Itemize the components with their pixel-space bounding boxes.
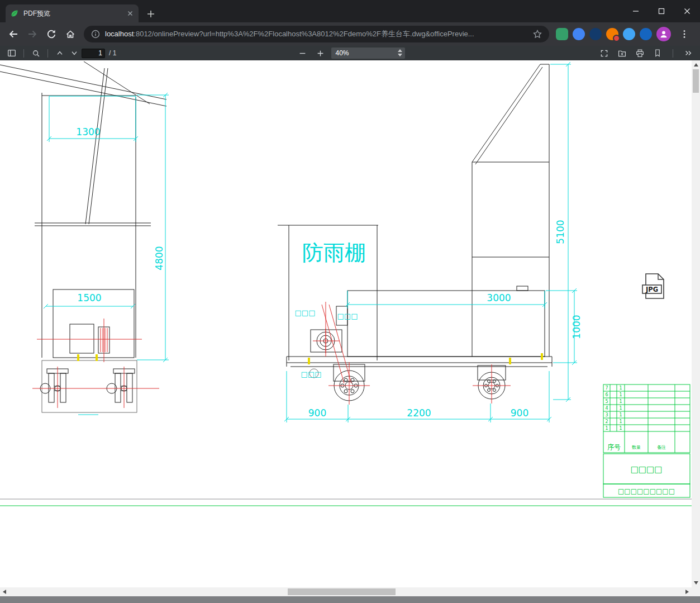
viewer-bottom-strip: [0, 596, 700, 603]
pdf-toolbar-right: [597, 47, 696, 59]
title-block-footer: □□□□□□□□□: [618, 487, 675, 495]
dim-label-box-height: 1000: [571, 315, 582, 339]
browser-toolbar: localhost:8012/onlinePreview?url=http%3A…: [0, 22, 700, 46]
sidebar-toggle-icon[interactable]: [4, 47, 19, 59]
window-titlebar: PDF预览: [0, 0, 700, 22]
print-icon[interactable]: [632, 47, 647, 59]
url-path: :8012/onlinePreview?url=http%3A%2F%2Floc…: [134, 30, 474, 38]
back-button[interactable]: [4, 25, 22, 43]
zoom-select[interactable]: 40%: [331, 48, 405, 59]
zoom-spinner-icon[interactable]: [398, 49, 402, 56]
browser-menu-icon[interactable]: [675, 25, 693, 43]
tab-title: PDF预览: [23, 9, 122, 18]
scroll-right-icon[interactable]: [685, 590, 689, 594]
bookmark-icon[interactable]: [650, 47, 665, 59]
reload-button[interactable]: [42, 25, 60, 43]
extension-icon-3[interactable]: [589, 28, 602, 40]
extension-icon-1[interactable]: [556, 28, 568, 40]
url-host: localhost: [105, 30, 134, 38]
title-block-qty: 1: [619, 426, 622, 431]
title-block-header-note: 备注: [657, 445, 666, 450]
vertical-scrollbar[interactable]: [692, 60, 700, 587]
tab-close-icon[interactable]: [126, 10, 134, 17]
title-block-qty: 1: [619, 406, 622, 411]
scrollbar-corner: [692, 587, 700, 596]
dim-label-bottom-center: 2200: [407, 407, 431, 419]
maximize-button[interactable]: [649, 0, 674, 22]
title-block-qty: 1: [619, 419, 622, 424]
scroll-down-icon[interactable]: [694, 581, 698, 585]
page-total-label: / 1: [109, 49, 116, 57]
presentation-mode-icon[interactable]: [597, 47, 611, 59]
pdf-toolbar-left: / 1: [4, 47, 116, 59]
zoom-controls: 40%: [296, 47, 405, 59]
window-controls: [623, 0, 700, 22]
close-button[interactable]: [674, 0, 700, 22]
front-view: 1300 4800 1500: [0, 61, 169, 415]
title-block-header-seq: 序号: [607, 443, 621, 451]
title-block-header-qty: 数量: [632, 445, 641, 450]
zoom-out-icon[interactable]: [296, 47, 310, 59]
placeholder-text-1: □□□: [295, 308, 316, 317]
scroll-left-icon[interactable]: [3, 590, 6, 594]
placeholder-text-2: □□□: [337, 312, 358, 320]
horizontal-scrollbar[interactable]: [0, 587, 692, 596]
title-block-name: □□□□: [631, 464, 663, 474]
tab-favicon-leaf-icon: [10, 9, 19, 18]
title-block-row-number: 3: [605, 412, 608, 417]
cad-drawing: 1300 4800 1500: [0, 60, 692, 587]
title-block-qty: 1: [619, 392, 622, 397]
vertical-scrollbar-thumb[interactable]: [693, 69, 699, 93]
horizontal-scrollbar-thumb[interactable]: [288, 588, 396, 595]
zoom-value: 40%: [336, 49, 349, 57]
rain-shelter-label: 防雨棚: [302, 240, 366, 265]
jpg-icon-label: JPG: [645, 286, 658, 293]
home-button[interactable]: [61, 25, 79, 43]
toolbar-divider: [47, 49, 48, 58]
extension-icon-6[interactable]: [640, 28, 652, 40]
side-view: 防雨棚 3000 1000 5100 900 2200 900 □□□ □□□ …: [278, 62, 582, 422]
browser-tab[interactable]: PDF预览: [6, 4, 139, 22]
extensions-area: [554, 25, 696, 43]
title-block-qty: 1: [619, 386, 622, 391]
pdf-page-canvas: 1300 4800 1500: [0, 60, 692, 587]
toolbar-divider: [23, 49, 24, 58]
extension-icon-5[interactable]: [623, 28, 635, 40]
search-icon[interactable]: [28, 47, 43, 59]
title-block-qty: 1: [619, 399, 622, 404]
new-tab-button[interactable]: [144, 7, 158, 21]
title-block-row-number: 5: [605, 399, 608, 404]
page-number-input[interactable]: [82, 49, 105, 58]
pdf-viewer-toolbar: / 1 40%: [0, 46, 700, 60]
dim-label-bottom-right: 900: [511, 407, 528, 419]
title-block-row-number: 4: [605, 406, 608, 411]
dim-label-bottom-left: 900: [308, 407, 326, 419]
forward-button[interactable]: [23, 25, 41, 43]
dim-label-front-lower-width: 1500: [77, 292, 101, 303]
dim-label-side-height: 5100: [555, 220, 566, 244]
dim-label-front-height: 4800: [154, 246, 165, 270]
placeholder-text-3: □□□: [301, 370, 322, 378]
bookmark-star-icon[interactable]: [532, 29, 542, 39]
minimize-button[interactable]: [623, 0, 649, 22]
zoom-in-icon[interactable]: [313, 47, 328, 59]
title-block: 7 6 5 4 3 2 1 1 1 1 1 1 1 1 序号 数量 备注 □□□…: [603, 384, 690, 497]
profile-avatar[interactable]: [656, 27, 671, 41]
open-file-icon[interactable]: [615, 47, 629, 59]
scroll-up-icon[interactable]: [694, 63, 698, 67]
extension-icon-4[interactable]: [606, 28, 618, 40]
page-down-icon[interactable]: [67, 47, 82, 59]
jpg-file-icon: JPG: [642, 274, 664, 298]
dim-label-front-width: 1300: [76, 126, 100, 137]
page-up-icon[interactable]: [53, 47, 67, 59]
title-block-row-number: 7: [605, 386, 608, 391]
title-block-qty: 1: [619, 412, 622, 417]
extension-icon-2[interactable]: [573, 28, 585, 40]
dim-label-box-length: 3000: [487, 292, 511, 303]
title-block-row-number: 1: [605, 426, 608, 431]
title-block-row-number: 2: [605, 419, 608, 424]
more-tools-icon[interactable]: [681, 47, 696, 59]
title-block-row-number: 6: [605, 392, 608, 397]
page-info-icon[interactable]: [91, 29, 101, 39]
address-bar[interactable]: localhost:8012/onlinePreview?url=http%3A…: [84, 26, 549, 42]
